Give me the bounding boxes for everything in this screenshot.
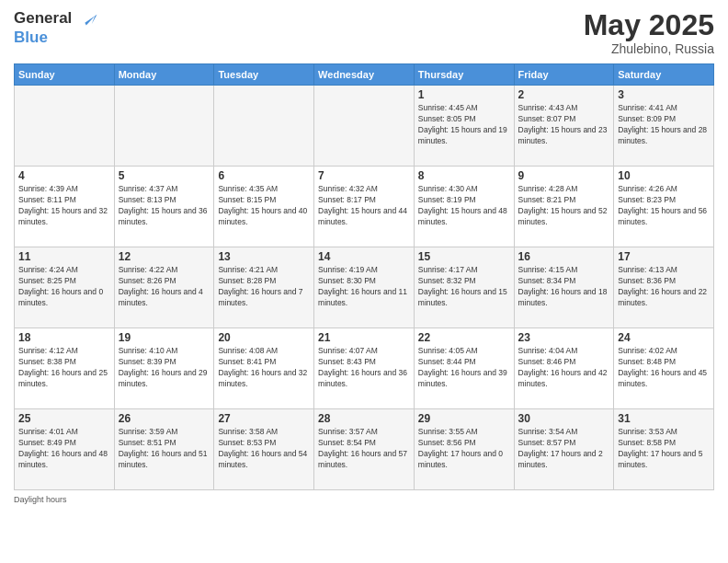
day-info: Sunrise: 4:32 AMSunset: 8:17 PMDaylight:…	[318, 184, 410, 228]
calendar-cell: 11Sunrise: 4:24 AMSunset: 8:25 PMDayligh…	[15, 247, 115, 328]
footer: Daylight hours	[14, 495, 714, 504]
calendar-cell: 19Sunrise: 4:10 AMSunset: 8:39 PMDayligh…	[114, 328, 214, 409]
col-saturday: Saturday	[614, 64, 714, 86]
day-info: Sunrise: 4:26 AMSunset: 8:23 PMDaylight:…	[618, 184, 710, 228]
day-info: Sunrise: 4:22 AMSunset: 8:26 PMDaylight:…	[119, 265, 210, 309]
calendar-cell	[314, 86, 415, 167]
day-number: 13	[218, 250, 310, 263]
day-info: Sunrise: 4:39 AMSunset: 8:11 PMDaylight:…	[18, 184, 110, 228]
calendar-cell: 21Sunrise: 4:07 AMSunset: 8:43 PMDayligh…	[314, 328, 415, 409]
calendar-cell: 22Sunrise: 4:05 AMSunset: 8:44 PMDayligh…	[414, 328, 514, 409]
day-info: Sunrise: 4:17 AMSunset: 8:32 PMDaylight:…	[418, 265, 510, 309]
calendar-cell: 29Sunrise: 3:55 AMSunset: 8:56 PMDayligh…	[414, 409, 514, 490]
day-info: Sunrise: 4:41 AMSunset: 8:09 PMDaylight:…	[618, 103, 710, 147]
calendar-cell: 31Sunrise: 3:53 AMSunset: 8:58 PMDayligh…	[614, 409, 714, 490]
day-number: 26	[119, 412, 210, 425]
calendar-cell	[214, 86, 314, 167]
day-info: Sunrise: 4:12 AMSunset: 8:38 PMDaylight:…	[18, 346, 110, 390]
day-info: Sunrise: 4:07 AMSunset: 8:43 PMDaylight:…	[318, 346, 410, 390]
day-info: Sunrise: 4:35 AMSunset: 8:15 PMDaylight:…	[218, 184, 310, 228]
calendar-cell: 6Sunrise: 4:35 AMSunset: 8:15 PMDaylight…	[214, 167, 314, 247]
col-sunday: Sunday	[15, 64, 115, 86]
day-number: 27	[218, 412, 310, 425]
day-number: 4	[18, 169, 110, 182]
day-info: Sunrise: 4:05 AMSunset: 8:44 PMDaylight:…	[418, 346, 510, 390]
month-title: May 2025	[584, 9, 714, 41]
day-number: 28	[318, 412, 410, 425]
day-number: 5	[119, 169, 210, 182]
day-info: Sunrise: 4:02 AMSunset: 8:48 PMDaylight:…	[618, 346, 710, 390]
calendar-week-2: 4Sunrise: 4:39 AMSunset: 8:11 PMDaylight…	[15, 167, 714, 247]
day-number: 15	[418, 250, 510, 263]
calendar-table: Sunday Monday Tuesday Wednesday Thursday…	[14, 63, 714, 490]
col-tuesday: Tuesday	[214, 64, 314, 86]
calendar-cell: 10Sunrise: 4:26 AMSunset: 8:23 PMDayligh…	[614, 167, 714, 247]
col-thursday: Thursday	[414, 64, 514, 86]
col-friday: Friday	[514, 64, 614, 86]
day-info: Sunrise: 4:15 AMSunset: 8:34 PMDaylight:…	[518, 265, 610, 309]
calendar-cell: 16Sunrise: 4:15 AMSunset: 8:34 PMDayligh…	[514, 247, 614, 328]
calendar-cell: 17Sunrise: 4:13 AMSunset: 8:36 PMDayligh…	[614, 247, 714, 328]
calendar-cell	[114, 86, 214, 167]
svg-marker-0	[85, 15, 97, 26]
day-info: Sunrise: 3:59 AMSunset: 8:51 PMDaylight:…	[119, 427, 210, 471]
day-number: 16	[518, 250, 610, 263]
day-info: Sunrise: 3:55 AMSunset: 8:56 PMDaylight:…	[418, 427, 510, 471]
day-info: Sunrise: 4:13 AMSunset: 8:36 PMDaylight:…	[618, 265, 710, 309]
logo: General Blue	[14, 9, 98, 47]
day-info: Sunrise: 4:19 AMSunset: 8:30 PMDaylight:…	[318, 265, 410, 309]
day-number: 10	[618, 169, 710, 182]
day-info: Sunrise: 4:37 AMSunset: 8:13 PMDaylight:…	[119, 184, 210, 228]
day-number: 19	[119, 331, 210, 344]
calendar-cell: 7Sunrise: 4:32 AMSunset: 8:17 PMDaylight…	[314, 167, 415, 247]
calendar-cell: 27Sunrise: 3:58 AMSunset: 8:53 PMDayligh…	[214, 409, 314, 490]
day-info: Sunrise: 4:08 AMSunset: 8:41 PMDaylight:…	[218, 346, 310, 390]
calendar-cell: 30Sunrise: 3:54 AMSunset: 8:57 PMDayligh…	[514, 409, 614, 490]
calendar-cell: 20Sunrise: 4:08 AMSunset: 8:41 PMDayligh…	[214, 328, 314, 409]
day-number: 9	[518, 169, 610, 182]
day-number: 12	[119, 250, 210, 263]
logo-bird-icon	[78, 9, 98, 29]
day-info: Sunrise: 4:43 AMSunset: 8:07 PMDaylight:…	[518, 103, 610, 147]
day-info: Sunrise: 4:28 AMSunset: 8:21 PMDaylight:…	[518, 184, 610, 228]
col-wednesday: Wednesday	[314, 64, 415, 86]
calendar-cell: 26Sunrise: 3:59 AMSunset: 8:51 PMDayligh…	[114, 409, 214, 490]
day-number: 3	[618, 88, 710, 101]
calendar-page: General Blue May 2025 Zhulebino, Russia …	[0, 0, 728, 563]
calendar-cell: 14Sunrise: 4:19 AMSunset: 8:30 PMDayligh…	[314, 247, 415, 328]
day-number: 29	[418, 412, 510, 425]
day-number: 7	[318, 169, 410, 182]
calendar-cell: 5Sunrise: 4:37 AMSunset: 8:13 PMDaylight…	[114, 167, 214, 247]
day-info: Sunrise: 4:04 AMSunset: 8:46 PMDaylight:…	[518, 346, 610, 390]
calendar-week-1: 1Sunrise: 4:45 AMSunset: 8:05 PMDaylight…	[15, 86, 714, 167]
location: Zhulebino, Russia	[584, 41, 714, 56]
calendar-cell: 15Sunrise: 4:17 AMSunset: 8:32 PMDayligh…	[414, 247, 514, 328]
calendar-cell: 9Sunrise: 4:28 AMSunset: 8:21 PMDaylight…	[514, 167, 614, 247]
col-monday: Monday	[114, 64, 214, 86]
calendar-cell: 28Sunrise: 3:57 AMSunset: 8:54 PMDayligh…	[314, 409, 415, 490]
day-number: 2	[518, 88, 610, 101]
day-info: Sunrise: 4:30 AMSunset: 8:19 PMDaylight:…	[418, 184, 510, 228]
day-info: Sunrise: 4:01 AMSunset: 8:49 PMDaylight:…	[18, 427, 110, 471]
header-row: Sunday Monday Tuesday Wednesday Thursday…	[15, 64, 714, 86]
day-number: 30	[518, 412, 610, 425]
day-number: 23	[518, 331, 610, 344]
title-block: May 2025 Zhulebino, Russia	[584, 9, 714, 56]
calendar-cell: 25Sunrise: 4:01 AMSunset: 8:49 PMDayligh…	[15, 409, 115, 490]
calendar-cell: 2Sunrise: 4:43 AMSunset: 8:07 PMDaylight…	[514, 86, 614, 167]
day-number: 25	[18, 412, 110, 425]
day-number: 14	[318, 250, 410, 263]
calendar-cell: 3Sunrise: 4:41 AMSunset: 8:09 PMDaylight…	[614, 86, 714, 167]
day-info: Sunrise: 4:24 AMSunset: 8:25 PMDaylight:…	[18, 265, 110, 309]
day-number: 8	[418, 169, 510, 182]
logo-text: General	[14, 9, 98, 29]
day-number: 6	[218, 169, 310, 182]
day-info: Sunrise: 4:21 AMSunset: 8:28 PMDaylight:…	[218, 265, 310, 309]
calendar-cell: 8Sunrise: 4:30 AMSunset: 8:19 PMDaylight…	[414, 167, 514, 247]
calendar-cell: 4Sunrise: 4:39 AMSunset: 8:11 PMDaylight…	[15, 167, 115, 247]
calendar-cell: 18Sunrise: 4:12 AMSunset: 8:38 PMDayligh…	[15, 328, 115, 409]
calendar-cell: 12Sunrise: 4:22 AMSunset: 8:26 PMDayligh…	[114, 247, 214, 328]
day-number: 22	[418, 331, 510, 344]
calendar-cell: 13Sunrise: 4:21 AMSunset: 8:28 PMDayligh…	[214, 247, 314, 328]
calendar-week-5: 25Sunrise: 4:01 AMSunset: 8:49 PMDayligh…	[15, 409, 714, 490]
